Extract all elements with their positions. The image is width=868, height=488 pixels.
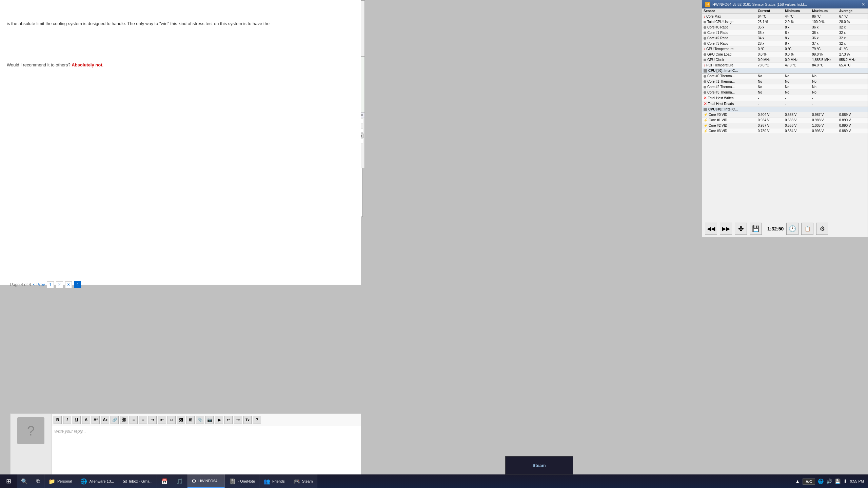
attachment-button[interactable]: 📎 [196, 416, 204, 424]
underline-button[interactable]: U [73, 416, 81, 424]
taskbar-task-view[interactable]: ⧉ [32, 474, 44, 488]
pagination-bar: Page 4 of 4 < Prev 1 2 3 4 [10, 281, 81, 288]
unlink-button[interactable]: ⛓ [120, 416, 128, 424]
ac-badge-container[interactable]: A/C [803, 479, 815, 484]
avatar-placeholder: ? [17, 417, 44, 444]
indent-button[interactable]: ⇥ [149, 416, 157, 424]
steam-label: Steam [532, 463, 546, 468]
align-center-button[interactable]: ≡ [139, 416, 147, 424]
taskbar-onenote-label: - OneNote [238, 479, 255, 483]
onenote-icon: 📓 [229, 478, 236, 485]
reply-editor-toolbar: B I U A A² A₂ 🔗 ⛓ ≡ ≡ ⇥ ⇤ ☺ 🖼 ⊞ 📎 📷 ▶ ↩ … [52, 414, 361, 426]
sensor-row-9: ↓PCH Temperature 78.0 °C 47.0 °C 84.0 °C… [702, 63, 868, 68]
col-current: Current [758, 9, 785, 13]
taskbar-search[interactable]: 🔍 [17, 474, 32, 488]
taskbar-alienware[interactable]: 🌐 Alienware 13... [76, 474, 118, 488]
taskbar-onenote[interactable]: 📓 - OneNote [225, 474, 259, 488]
taskbar-gmail[interactable]: ✉ Inbox - Gma... [118, 474, 157, 488]
media-button[interactable]: ⊞ [186, 416, 195, 424]
hwinfo-close-button[interactable]: × [862, 1, 865, 7]
sensor-row-13: Core #2 Therma... No No No [702, 84, 868, 90]
emoji-button[interactable]: ☺ [167, 416, 176, 424]
sensor-row-15: ✕Total Host Writes - - - [702, 95, 868, 101]
browser-icon: 🌐 [80, 478, 87, 485]
sensor-row-21: ⚡Core #3 VID 0.780 V 0.534 V 0.996 V 0.8… [702, 128, 868, 134]
tray-expand-icon[interactable]: ▲ [795, 479, 800, 484]
sensor-group-17: CPU [#0]: Intel C... [702, 107, 868, 112]
redo-button[interactable]: ↪ [234, 416, 242, 424]
taskbar-item-5[interactable]: 📅 [157, 474, 172, 488]
sensor-row-7: GPU Core Load 0.0 % 0.0 % 99.0 % 27.3 % [702, 52, 868, 57]
taskbar-steam[interactable]: 🎮 Steam [289, 474, 317, 488]
forum-text: is the absolute limit the cooling system… [0, 0, 361, 75]
taskbar-friends-label: Friends [272, 479, 285, 483]
taskbar-right-area: ▲ A/C 🌐 🔊 💾 ⬇ 9:55 PM [791, 479, 868, 484]
browser-overlay: is the absolute limit the cooling system… [0, 0, 361, 285]
col-maximum: Maximum [812, 9, 839, 13]
hwinfo-taskbar-icon: ⚙ [192, 478, 196, 484]
prev-page-link[interactable]: < Prev [33, 282, 45, 287]
align-left-button[interactable]: ≡ [130, 416, 138, 424]
toolbar-btn-fan[interactable]: ✤ [735, 223, 747, 235]
mail-icon: ✉ [122, 478, 127, 485]
help-button[interactable]: ? [253, 416, 261, 424]
task-view-icon: ⧉ [36, 478, 40, 484]
taskbar-time: 9:55 PM [850, 479, 864, 484]
format-button[interactable]: Tx [243, 416, 252, 424]
taskbar-alienware-label: Alienware 13... [89, 479, 114, 483]
toolbar-btn-next[interactable]: ▶▶ [720, 223, 732, 235]
image-button[interactable]: 🖼 [177, 416, 185, 424]
subscript-button[interactable]: A₂ [101, 416, 109, 424]
tray-update-icon[interactable]: ⬇ [843, 479, 847, 484]
page-num-2[interactable]: 2 [56, 281, 63, 288]
toolbar-btn-prev[interactable]: ◀◀ [705, 223, 717, 235]
taskbar-personal[interactable]: 📁 Personal [44, 474, 76, 488]
video-button[interactable]: ▶ [215, 416, 223, 424]
tray-volume-icon[interactable]: 🔊 [826, 479, 832, 484]
forum-text-the: the [263, 21, 270, 26]
toolbar-btn-clock[interactable]: 🕐 [786, 223, 798, 235]
col-average: Average [839, 9, 866, 13]
italic-button[interactable]: I [63, 416, 71, 424]
outdent-button[interactable]: ⇤ [158, 416, 166, 424]
taskbar-hwinfo-label: HWiNFO64... [198, 479, 220, 483]
tray-storage-icon[interactable]: 💾 [835, 479, 841, 484]
hwinfo-panel: H HWiNFO64 v5.52-3161 Sensor Status [158… [702, 0, 868, 237]
sensor-row-16: ✕Total Host Reads - - - [702, 101, 868, 107]
steam-icon: 🎮 [293, 478, 300, 485]
sensor-row-18: ⚡Core #0 VID 0.904 V 0.533 V 0.987 V 0.8… [702, 112, 868, 118]
sensor-row-3: Core #1 Ratio 35 x 8 x 36 x 32 x [702, 30, 868, 36]
tray-network-icon[interactable]: 🌐 [818, 479, 824, 484]
reply-placeholder-text[interactable]: Write your reply... [52, 426, 361, 436]
forum-paragraph-2: Would I recommend it to others? Absolute… [7, 62, 354, 69]
col-minimum: Minimum [785, 9, 812, 13]
taskbar-clock: 9:55 PM [850, 479, 864, 484]
sensor-row-12: Core #1 Therma... No No No [702, 79, 868, 84]
steam-overlay: Steam [505, 456, 573, 474]
taskbar-friends[interactable]: 👥 Friends [259, 474, 289, 488]
forum-paragraph-1: is the absolute limit the cooling system… [7, 20, 354, 27]
media-icon: 🎵 [176, 478, 183, 485]
hwinfo-titlebar: H HWiNFO64 v5.52-3161 Sensor Status [158… [702, 0, 868, 8]
link-button[interactable]: 🔗 [111, 416, 119, 424]
taskbar-hwinfo[interactable]: ⚙ HWiNFO64... [188, 474, 225, 488]
page-num-1[interactable]: 1 [47, 281, 54, 288]
superscript-button[interactable]: A² [92, 416, 100, 424]
col-sensor: Sensor [704, 9, 758, 13]
page-num-3[interactable]: 3 [65, 281, 72, 288]
sensor-row-2: Core #0 Ratio 35 x 8 x 36 x 32 x [702, 25, 868, 30]
taskbar: ⊞ 🔍 ⧉ 📁 Personal 🌐 Alienware 13... ✉ Inb… [0, 474, 868, 488]
toolbar-btn-settings[interactable]: ⚙ [816, 223, 828, 235]
sensor-row-5: Core #3 Ratio 28 x 8 x 37 x 32 x [702, 41, 868, 46]
photo-button[interactable]: 📷 [205, 416, 214, 424]
bold-button[interactable]: B [54, 416, 62, 424]
ac-badge[interactable]: A/C [803, 479, 815, 485]
page-num-4[interactable]: 4 [74, 281, 81, 288]
toolbar-btn-export[interactable]: 💾 [750, 223, 762, 235]
undo-button[interactable]: ↩ [224, 416, 233, 424]
taskbar-item-6[interactable]: 🎵 [172, 474, 188, 488]
font-color-button[interactable]: A [82, 416, 90, 424]
forum-highlight-absolutely-not: Absolutely not. [72, 62, 103, 67]
start-button[interactable]: ⊞ [0, 474, 17, 488]
toolbar-btn-report[interactable]: 📋 [801, 223, 813, 235]
